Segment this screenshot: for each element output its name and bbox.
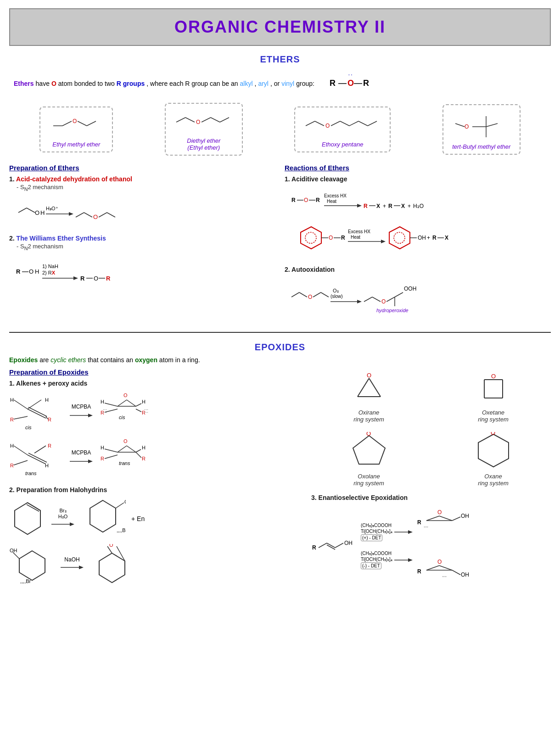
svg-line-11 (176, 118, 185, 122)
ethers-reactions-title: Reactions of Ethers (285, 164, 551, 172)
svg-text:O: O (465, 123, 469, 130)
svg-line-141 (28, 453, 47, 462)
svg-text:O: O (29, 268, 34, 275)
svg-line-158 (105, 455, 118, 459)
epoxides-section: EPOXIDES Epoxides are cyclic ethers that… (0, 342, 560, 590)
epoxides-prep-2: 2. Preparation from Halohydrins Br₂ H₂O (9, 486, 302, 585)
svg-text:H: H (101, 399, 104, 404)
svg-line-96 (321, 292, 329, 297)
svg-line-150 (118, 446, 127, 452)
svg-line-209 (452, 517, 460, 521)
svg-line-15 (211, 118, 220, 122)
ethers-prep-2-reaction: R O H 1) NaH 2) RX R O R (14, 255, 275, 285)
svg-text:R: R (312, 544, 316, 551)
ether-example-4: O tert-Butyl methyl ether (442, 104, 521, 155)
svg-line-124 (127, 400, 136, 406)
epoxides-trans-reaction: H H R R trans MCPBA (9, 437, 302, 479)
svg-text:H: H (10, 443, 14, 449)
ethers-autoox-reaction: O O₂ (slow) O (289, 278, 551, 314)
epoxides-word: Epoxides (9, 356, 38, 364)
svg-line-206 (439, 516, 452, 521)
svg-text:O: O (325, 123, 330, 129)
svg-line-17 (306, 121, 315, 126)
epoxides-prep-3-title: 3. Enantioselective Epoxidation (311, 494, 551, 501)
svg-line-145 (34, 446, 46, 453)
svg-line-181 (358, 378, 369, 397)
ethers-o-atom: O (51, 80, 56, 87)
enantio-products: R O OH ,,,, (416, 507, 471, 585)
svg-text:O: O (304, 197, 308, 203)
epoxides-intro: Epoxides are cyclic ethers that contains… (9, 356, 551, 364)
svg-text:+: + (408, 203, 411, 209)
svg-text:,,,,Br: ,,,,Br (20, 578, 31, 584)
ethers-prep-2-sub: - SN2 mechanism (17, 243, 275, 251)
svg-text:R: R (417, 568, 421, 575)
naoh-label: NaOH (61, 556, 84, 573)
svg-text:R: R (363, 79, 369, 88)
cleavage-svg-2: O R Excess HX Heat OH + R X (289, 223, 482, 258)
halohydrin-reactant-svg: OH ,,,,Br (9, 544, 55, 585)
svg-line-102 (372, 297, 381, 302)
svg-marker-84 (389, 227, 410, 249)
svg-marker-176 (79, 566, 84, 569)
svg-line-20 (331, 121, 340, 126)
ether-example-4-label: tert-Butyl methyl ether (452, 143, 510, 150)
svg-marker-74 (301, 227, 321, 249)
ether-example-1: O Ethyl methyl ether (39, 107, 113, 152)
enantio-reaction: R OH (CH₃)₃COOOH Ti[OCH(CH₃)₂ (311, 507, 551, 585)
ethers-vinyl: vinyl (281, 80, 294, 87)
enantio-product-top-svg: R O OH ,,,, (416, 507, 471, 539)
trans-alkene-svg: H H R R trans (9, 437, 64, 479)
ethers-r-groups: R groups (117, 80, 145, 87)
ring-oxirane: O Oxirane ring system (311, 373, 426, 423)
ethers-cleavage-2-reaction: O R Excess HX Heat OH + R X (289, 223, 551, 258)
epoxides-prep-1-title: 1. Alkenes + peroxy acids (9, 380, 302, 387)
ethers-intro-text2: atom bonded to two (58, 80, 115, 87)
ethers-prep-1-sub: - SN2 mechanism (17, 184, 275, 192)
svg-line-163 (28, 503, 40, 510)
epoxides-cyclic: cyclic ethers (50, 356, 86, 364)
ether-example-2-label: Diethyl ether(Ethyl ether) (187, 137, 220, 151)
cleavage-svg-1: R O R Excess HX Heat R X + R (289, 187, 491, 215)
svg-text:R: R (48, 417, 51, 422)
svg-text:R: R (291, 197, 296, 203)
svg-line-106 (395, 292, 403, 297)
svg-line-92 (291, 292, 299, 297)
svg-line-154 (105, 449, 118, 452)
ether-example-3-label: Ethoxy pentane (322, 141, 363, 148)
enantio-product-bot-svg: R O OH ,,,, (416, 553, 471, 585)
epoxides-two-col: Preparation of Epoxides 1. Alkenes + per… (9, 368, 551, 590)
svg-marker-50 (73, 276, 78, 280)
ethers-reactions-col: Reactions of Ethers 1. Aciditive cleavag… (285, 164, 551, 323)
svg-line-38 (76, 213, 84, 217)
svg-text:,,,,Br: ,,,,Br (117, 527, 126, 533)
svg-text:hydroperoxide: hydroperoxide (376, 308, 409, 313)
svg-point-85 (394, 232, 405, 243)
svg-marker-162 (15, 503, 40, 534)
svg-text:R: R (16, 268, 21, 275)
mcpba-label-1: MCPBA (70, 404, 93, 421)
svg-text:R: R (341, 235, 345, 241)
acid-dehydration-svg: O H H₃O⁺ O (14, 196, 142, 226)
svg-text:H: H (45, 397, 49, 403)
svg-text:⁚⁚⁚: ⁚⁚⁚ (103, 409, 107, 414)
ethers-two-col: Preparation of Ethers 1. Acid-catalyzed … (0, 164, 560, 323)
svg-text:O₂: O₂ (333, 288, 339, 293)
ether-example-2: O Diethyl ether(Ethyl ether) (165, 103, 243, 156)
svg-line-31 (18, 208, 27, 213)
oxirane-svg: O (351, 373, 387, 407)
cyclohexene-oxide-svg: O (89, 544, 135, 585)
svg-text:+: + (383, 203, 386, 209)
svg-marker-171 (19, 551, 45, 580)
svg-marker-64 (357, 204, 362, 207)
det-minus: (-) - DET (361, 562, 381, 569)
svg-text:O: O (329, 235, 333, 241)
svg-text:R: R (101, 456, 104, 461)
svg-text:H: H (40, 209, 45, 216)
diethyl-ether-svg: O (174, 109, 234, 135)
svg-text:O: O (491, 432, 495, 436)
svg-text:OH: OH (10, 548, 17, 553)
svg-line-133 (136, 409, 141, 412)
ethers-intro: Ethers have O atom bonded to two R group… (0, 68, 560, 98)
ethers-intro-text3: , where each R group can be an (146, 80, 238, 87)
